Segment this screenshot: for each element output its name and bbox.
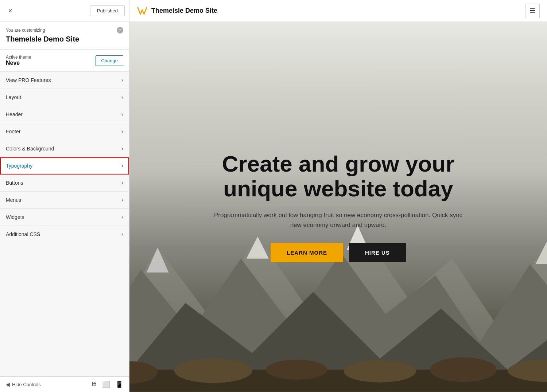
menu-item-footer[interactable]: Footer› <box>0 123 129 140</box>
chevron-icon: › <box>121 197 123 203</box>
active-theme-section: Active theme Neve Change <box>0 50 129 72</box>
learn-more-button[interactable]: LEARN MORE <box>271 243 343 262</box>
preview-pane: ThemeIsle Demo Site ☰ <box>129 0 547 392</box>
hero-buttons: LEARN MORE HIRE US <box>271 243 406 262</box>
chevron-icon: › <box>121 145 123 152</box>
hero-section: Create and grow your unique website toda… <box>129 22 547 392</box>
published-button[interactable]: Published <box>90 5 125 16</box>
desktop-icon[interactable]: 🖥 <box>90 380 97 388</box>
chevron-icon: › <box>121 231 123 238</box>
sidebar: × Published You are customizing ? ThemeI… <box>0 0 129 392</box>
chevron-icon: › <box>121 111 123 118</box>
close-button[interactable]: × <box>4 5 16 17</box>
site-logo: ThemeIsle Demo Site <box>137 5 217 16</box>
chevron-icon: › <box>121 77 123 83</box>
hamburger-button[interactable]: ☰ <box>525 4 540 18</box>
device-icons: 🖥 ⬜ 📱 <box>90 380 123 388</box>
menu-item-typography[interactable]: Typography› <box>0 157 129 175</box>
site-title: ThemeIsle Demo Site <box>6 35 123 43</box>
chevron-icon: › <box>121 128 123 135</box>
menu-item-buttons[interactable]: Buttons› <box>0 175 129 192</box>
menu-item-widgets[interactable]: Widgets› <box>0 209 129 226</box>
hide-controls-label: Hide Controls <box>12 382 41 387</box>
bottom-bar: ◀ Hide Controls 🖥 ⬜ 📱 <box>0 376 129 392</box>
chevron-icon: › <box>121 162 123 169</box>
active-theme-name: Neve <box>6 60 31 66</box>
active-theme-label: Active theme <box>6 55 31 60</box>
hero-subtitle: Programmatically work but low hanging fr… <box>211 210 466 230</box>
hide-controls-button[interactable]: ◀ Hide Controls <box>6 381 41 387</box>
hero-title: Create and grow your unique website toda… <box>183 152 493 201</box>
help-icon[interactable]: ? <box>117 27 123 34</box>
sidebar-topbar: × Published <box>0 0 129 22</box>
chevron-icon: › <box>121 214 123 220</box>
chevron-icon: › <box>121 180 123 186</box>
preview-topbar: ThemeIsle Demo Site ☰ <box>129 0 547 22</box>
w-logo-icon <box>137 5 148 16</box>
site-name-label: ThemeIsle Demo Site <box>151 7 217 15</box>
customizing-section: You are customizing ? ThemeIsle Demo Sit… <box>0 22 129 50</box>
customizing-label-text: You are customizing <box>6 28 45 33</box>
menu-item-header[interactable]: Header› <box>0 106 129 123</box>
circle-left-icon: ◀ <box>6 381 10 387</box>
tablet-icon[interactable]: ⬜ <box>102 380 110 388</box>
menu-section: View PRO Features›Layout›Header›Footer›C… <box>0 72 129 376</box>
chevron-icon: › <box>121 94 123 101</box>
menu-item-layout[interactable]: Layout› <box>0 89 129 106</box>
menu-item-colors-&-background[interactable]: Colors & Background› <box>0 140 129 157</box>
hire-us-button[interactable]: HIRE US <box>349 243 406 262</box>
menu-item-view-pro-features[interactable]: View PRO Features› <box>0 72 129 89</box>
menu-item-menus[interactable]: Menus› <box>0 192 129 209</box>
menu-item-additional-css[interactable]: Additional CSS› <box>0 226 129 243</box>
change-theme-button[interactable]: Change <box>96 55 123 66</box>
hero-content: Create and grow your unique website toda… <box>129 22 547 392</box>
mobile-icon[interactable]: 📱 <box>115 380 123 388</box>
